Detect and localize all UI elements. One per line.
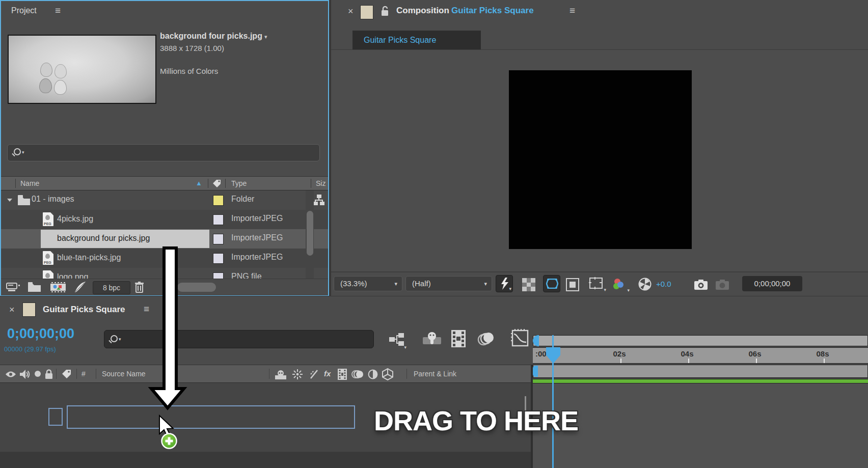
name-cell[interactable]: 4picks.jpg [41, 210, 209, 229]
pick-shape [40, 63, 52, 77]
draft-3d-icon[interactable] [423, 330, 442, 348]
column-header-name[interactable]: Name [20, 179, 39, 187]
ruler-tick [620, 359, 621, 363]
time-ruler[interactable]: :00s02s04s06s08s [533, 347, 868, 364]
comp-timecode[interactable]: 0;00;00;00 [742, 276, 802, 291]
frame-blending-icon[interactable] [450, 329, 468, 348]
comp-viewer-tab[interactable]: Guitar Picks Square [352, 31, 481, 49]
guides-button[interactable]: ▾ [589, 277, 606, 292]
panel-menu-icon[interactable]: ≡ [55, 6, 61, 15]
label-color-swatch[interactable] [213, 195, 224, 206]
comp-panel-comp-name: Guitar Picks Square [451, 6, 534, 15]
cached-frames-bar [533, 379, 868, 383]
quality-icon[interactable] [310, 369, 319, 379]
show-channel-button[interactable]: ▾ [612, 278, 630, 293]
timeline-panel: × Guitar Picks Square ≡ 0;00;00;00 00000… [0, 296, 868, 468]
interpret-footage-icon[interactable] [6, 282, 21, 293]
collapse-transformations-icon[interactable] [292, 369, 303, 379]
footage-filename: background four picks.jpg [160, 32, 262, 40]
column-header-type[interactable]: Type [231, 179, 247, 187]
audio-speaker-icon[interactable] [19, 369, 31, 379]
work-area-bar[interactable] [533, 365, 868, 378]
motion-blur-column-icon[interactable] [351, 369, 364, 379]
region-of-interest-button[interactable] [543, 275, 560, 292]
project-toolbar: 8 bpc [1, 279, 328, 295]
work-area-start-handle[interactable] [533, 366, 538, 377]
ruler-label: 08s [816, 349, 829, 358]
ruler-tick [688, 359, 689, 363]
3d-layer-icon[interactable] [382, 368, 393, 380]
close-icon[interactable]: × [9, 305, 15, 314]
table-row[interactable]: PNGlogo.pngPNG file [1, 268, 328, 279]
label-color-swatch[interactable] [213, 253, 224, 264]
graph-editor-icon[interactable] [511, 329, 530, 348]
label-color-swatch[interactable] [213, 234, 224, 244]
shy-icon[interactable] [275, 369, 286, 380]
snapshot-camera-icon[interactable] [694, 279, 709, 290]
sort-ascending-icon[interactable]: ▲ [196, 179, 202, 187]
horizontal-scrollbar[interactable] [177, 283, 216, 292]
brush-icon[interactable] [73, 281, 87, 294]
video-eye-icon[interactable] [5, 370, 16, 378]
label-color-swatch[interactable] [213, 272, 224, 279]
panel-menu-icon[interactable]: ≡ [144, 304, 149, 314]
reset-exposure-icon[interactable] [638, 278, 652, 291]
project-file-list: 01 - imagesFolderPEG4picks.jpgImporterJP… [1, 190, 328, 279]
column-header-size[interactable]: Siz [316, 179, 326, 187]
unlock-icon[interactable] [381, 6, 389, 17]
toggle-mask-visibility-icon[interactable] [566, 278, 579, 291]
pick-shape [39, 78, 52, 93]
label-color-swatch[interactable] [213, 214, 224, 225]
name-cell[interactable]: logo.png [41, 268, 209, 279]
expand-chevron-icon[interactable] [7, 199, 12, 202]
column-header-index[interactable]: # [82, 370, 86, 378]
column-header-source-name[interactable]: Source Name [102, 370, 146, 378]
frame-blend-column-icon[interactable] [337, 368, 347, 380]
show-snapshot-icon[interactable] [716, 279, 731, 290]
new-composition-icon[interactable] [50, 281, 66, 293]
transparency-grid-icon[interactable] [522, 278, 535, 291]
timeline-search-input[interactable]: ▾ [104, 330, 374, 348]
label-column-icon[interactable] [61, 369, 72, 380]
row-name: 01 - images [32, 195, 74, 204]
flowchart-icon[interactable] [313, 194, 325, 206]
table-row[interactable]: PEG4picks.jpgImporterJPEG [1, 210, 328, 229]
table-row[interactable]: 01 - imagesFolder [1, 190, 328, 210]
search-options-icon[interactable]: ▾ [119, 337, 121, 342]
timeline-comp-tab[interactable]: Guitar Picks Square [43, 305, 125, 315]
column-header-parent-link[interactable]: Parent & Link [414, 370, 456, 378]
new-folder-icon[interactable] [28, 281, 42, 293]
motion-blur-icon[interactable] [477, 330, 496, 348]
name-cell[interactable]: blue-tan-picks.jpg [41, 249, 209, 267]
composition-mini-flowchart-icon[interactable]: ▾ [388, 331, 408, 350]
row-type: PNG file [231, 272, 262, 279]
selected-name-cell[interactable]: background four picks.jpg [41, 230, 209, 248]
lock-icon[interactable] [45, 369, 53, 380]
label-column-icon[interactable] [212, 179, 222, 189]
exposure-value[interactable]: +0.0 [656, 280, 671, 288]
table-row[interactable]: PEGbackground four picks.jpgImporterJPEG [1, 229, 328, 249]
adjustment-layer-icon[interactable] [368, 369, 378, 379]
panel-menu-icon[interactable]: ≡ [569, 6, 575, 15]
time-navigator-bar[interactable] [533, 335, 868, 346]
effects-fx-icon[interactable]: fx [324, 369, 331, 378]
scrollbar-thumb[interactable] [307, 211, 313, 256]
search-options-icon[interactable]: ▾ [22, 150, 24, 155]
row-type: Folder [231, 195, 254, 204]
composition-viewer [331, 49, 868, 271]
project-scrollbar[interactable] [306, 190, 314, 279]
delete-icon[interactable] [134, 281, 145, 293]
table-row[interactable]: PEGblue-tan-picks.jpgImporterJPEG [1, 249, 328, 268]
bit-depth-button[interactable]: 8 bpc [93, 281, 130, 294]
magnification-dropdown[interactable]: (33.3%)▾ [334, 276, 402, 291]
after-effects-window: Project ≡ background four picks.jpg ▾ 38… [0, 0, 868, 468]
filename-dropdown-icon[interactable]: ▾ [264, 34, 267, 40]
close-icon[interactable]: × [348, 7, 354, 16]
resolution-dropdown[interactable]: (Half)▾ [405, 276, 492, 291]
search-input[interactable]: ▾ [7, 144, 320, 161]
footage-info: background four picks.jpg ▾ 3888 x 1728 … [160, 32, 323, 75]
current-timecode[interactable]: 0;00;00;00 [7, 326, 74, 342]
solo-icon[interactable] [35, 371, 41, 377]
row-name: background four picks.jpg [57, 234, 150, 243]
fast-previews-button[interactable]: ▾ [496, 275, 513, 292]
